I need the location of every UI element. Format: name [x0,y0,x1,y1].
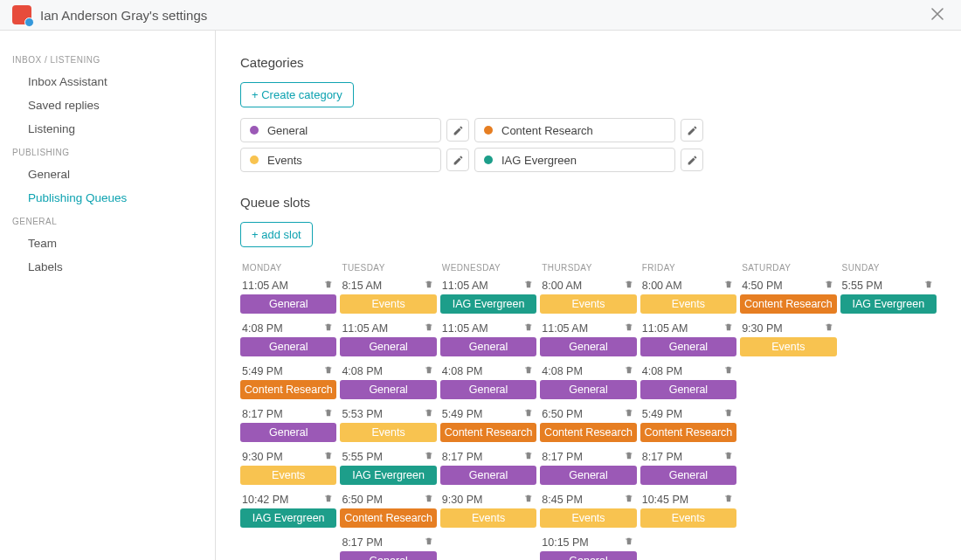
slot-time[interactable]: 10:15 PM [542,536,589,549]
trash-icon[interactable] [623,321,635,335]
trash-icon[interactable] [722,406,735,421]
slot-category[interactable]: Content Research [340,508,436,528]
trash-icon[interactable] [722,449,735,464]
slot-category[interactable]: IAG Evergreen [440,294,536,314]
slot-time[interactable]: 5:55 PM [342,451,383,463]
slot-time[interactable]: 5:49 PM [642,408,683,420]
slot-category[interactable]: Content Research [640,423,736,442]
slot-category[interactable]: IAG Evergreen [340,466,436,485]
trash-icon[interactable] [623,449,635,464]
slot-time[interactable]: 11:05 AM [542,322,588,335]
trash-icon[interactable] [322,278,335,293]
trash-icon[interactable] [522,363,535,378]
slot-time[interactable]: 9:30 PM [742,322,783,335]
slot-time[interactable]: 4:50 PM [742,280,783,292]
slot-category[interactable]: General [540,466,636,485]
sidebar-item-team[interactable]: Team [0,232,215,255]
slot-time[interactable]: 6:50 PM [542,408,583,420]
trash-icon[interactable] [522,449,535,464]
slot-category[interactable]: General [240,337,336,356]
trash-icon[interactable] [322,449,335,464]
trash-icon[interactable] [522,492,535,507]
slot-time[interactable]: 8:17 PM [442,451,483,463]
slot-category[interactable]: General [440,380,536,399]
slot-category[interactable]: General [540,337,636,356]
slot-time[interactable]: 8:15 AM [342,280,382,292]
slot-category[interactable]: Content Research [740,294,836,314]
slot-category[interactable]: Events [240,466,336,485]
category-chip[interactable]: Events [240,148,441,172]
sidebar-item-saved-replies[interactable]: Saved replies [0,93,215,117]
slot-category[interactable]: General [640,380,736,399]
trash-icon[interactable] [322,321,335,335]
slot-time[interactable]: 8:17 PM [642,451,683,463]
slot-category[interactable]: Content Research [440,423,536,442]
trash-icon[interactable] [423,449,435,464]
slot-category[interactable]: Events [640,508,736,528]
sidebar-item-publishing-queues[interactable]: Publishing Queues [0,186,215,210]
slot-category[interactable]: Events [740,337,836,356]
slot-category[interactable]: Events [340,294,436,314]
slot-category[interactable]: IAG Evergreen [840,294,937,314]
trash-icon[interactable] [823,278,835,293]
slot-category[interactable]: General [640,466,736,485]
slot-time[interactable]: 5:49 PM [442,408,483,420]
slot-category[interactable]: General [640,337,736,356]
slot-time[interactable]: 5:55 PM [842,280,883,292]
trash-icon[interactable] [423,492,435,507]
slot-category[interactable]: General [240,294,336,314]
close-icon[interactable] [926,3,949,28]
slot-time[interactable]: 4:08 PM [542,365,583,377]
trash-icon[interactable] [423,535,435,550]
slot-category[interactable]: Content Research [540,423,636,442]
slot-time[interactable]: 10:45 PM [642,494,689,506]
slot-time[interactable]: 8:17 PM [542,451,583,463]
trash-icon[interactable] [322,492,335,507]
trash-icon[interactable] [623,492,635,507]
slot-time[interactable]: 11:05 AM [342,322,388,335]
slot-time[interactable]: 4:08 PM [242,322,283,335]
trash-icon[interactable] [423,278,435,293]
sidebar-item-general[interactable]: General [0,162,215,186]
trash-icon[interactable] [522,406,535,421]
trash-icon[interactable] [522,321,535,335]
slot-time[interactable]: 10:42 PM [242,494,289,506]
slot-time[interactable]: 5:49 PM [242,365,283,377]
slot-category[interactable]: General [440,466,536,485]
slot-category[interactable]: IAG Evergreen [240,508,336,528]
slot-time[interactable]: 9:30 PM [442,494,483,506]
trash-icon[interactable] [623,535,635,550]
edit-category-icon[interactable] [681,119,703,142]
create-category-button[interactable]: + Create category [240,82,354,107]
trash-icon[interactable] [623,278,635,293]
slot-time[interactable]: 4:08 PM [342,365,383,377]
slot-time[interactable]: 8:00 AM [642,280,682,292]
slot-category[interactable]: General [340,337,436,356]
slot-time[interactable]: 11:05 AM [442,280,488,292]
trash-icon[interactable] [423,363,435,378]
edit-category-icon[interactable] [446,149,469,171]
trash-icon[interactable] [522,278,535,293]
slot-time[interactable]: 8:17 PM [342,536,383,549]
category-chip[interactable]: Content Research [474,118,675,142]
slot-category[interactable]: General [240,423,336,442]
slot-category[interactable]: General [340,551,436,560]
slot-time[interactable]: 11:05 AM [442,322,488,335]
slot-category[interactable]: Events [540,294,636,314]
slot-category[interactable]: General [340,380,436,399]
slot-time[interactable]: 9:30 PM [242,451,283,463]
slot-category[interactable]: Events [440,508,536,528]
trash-icon[interactable] [423,321,435,335]
slot-category[interactable]: Content Research [240,380,336,399]
slot-time[interactable]: 8:45 PM [542,494,583,506]
slot-time[interactable]: 11:05 AM [642,322,688,335]
category-chip[interactable]: IAG Evergreen [474,148,675,172]
slot-category[interactable]: Events [540,508,636,528]
trash-icon[interactable] [823,321,835,335]
trash-icon[interactable] [322,363,335,378]
slot-time[interactable]: 6:50 PM [342,494,383,506]
slot-time[interactable]: 5:53 PM [342,408,383,420]
trash-icon[interactable] [322,406,335,421]
add-slot-button[interactable]: + add slot [240,222,313,247]
sidebar-item-listening[interactable]: Listening [0,117,215,141]
